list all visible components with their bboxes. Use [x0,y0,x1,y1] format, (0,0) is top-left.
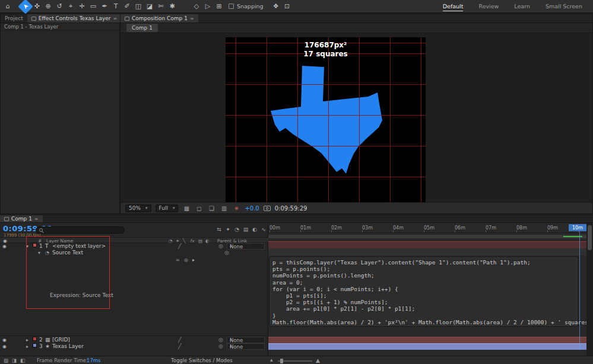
tab-composition[interactable]: Composition Comp 1 [120,14,198,23]
roto-brush-tool[interactable]: ✄ [156,1,166,12]
property-row-source-text[interactable]: Source Text [0,250,268,256]
label-color-chip[interactable] [33,243,37,247]
zoom-out-mountain-icon[interactable]: ▲ [270,357,273,362]
expression-row[interactable]: = ◎ ▸ [0,257,268,263]
puppet-pin-tool[interactable]: ✱ [167,1,177,12]
toggle-switches-modes-button[interactable]: Toggle Switches / Modes [171,357,233,363]
snapshot-camera-icon[interactable] [264,206,271,211]
parent-dropdown[interactable]: None [227,343,265,350]
twirl-icon[interactable] [26,337,28,343]
toolbar-extra-icon-2[interactable]: ▷ [202,1,213,12]
parent-pickwhip-icon[interactable] [218,243,223,250]
stopwatch-icon[interactable] [45,250,49,256]
layer-row-1[interactable]: 1 T <empty text layer> ╱ None [0,243,268,250]
playhead[interactable]: 10m [569,224,586,231]
snapping-checkbox[interactable] [229,4,234,9]
label-color-chip[interactable] [33,337,37,341]
layer-name[interactable]: [GRID] [52,337,70,343]
scrollbar-thumb[interactable] [588,225,592,250]
toggle-layer-switches-icon[interactable]: ▧ [4,357,8,363]
hand-tool[interactable]: ✜ [31,1,42,12]
parent-dropdown[interactable]: None [227,243,265,250]
comp-timecode[interactable]: 0:09:59:29 [275,205,307,212]
timeline-scrollbar[interactable] [586,223,593,356]
exposure-aperture-icon[interactable]: ✳ [232,205,240,212]
brush-tool[interactable]: ✐ [122,1,132,12]
expression-label[interactable]: Expression: Source Text [50,292,113,298]
draft-3d-icon[interactable]: ✦ [225,226,231,232]
pen-tool[interactable]: ✒ [99,1,110,12]
workspace-small-screen[interactable]: Small Screen [546,2,582,11]
snapping-option-icon-2[interactable]: ⊡ [282,1,293,12]
panel-menu-icon[interactable] [113,16,117,21]
panel-menu-icon[interactable] [34,216,39,222]
parent-pickwhip-icon[interactable] [218,337,223,343]
timeline-search-input[interactable] [36,226,125,234]
comp-chip[interactable]: Comp 1 [126,24,158,32]
layer-3-duration-bar[interactable] [268,343,586,350]
layer-name[interactable]: Texas Layer [52,343,84,350]
shape-tool[interactable]: ▭ [88,1,99,12]
label-color-chip[interactable] [33,343,37,347]
toolbar-extra-icon-3[interactable]: ⊞ [214,1,224,12]
panel-menu-icon[interactable] [190,16,194,21]
layer-2-duration-bar[interactable] [268,337,586,343]
resolution-dropdown[interactable]: Full [156,205,179,212]
eraser-tool[interactable]: ◪ [144,1,155,12]
layer-row-2[interactable]: 2 ▦ [GRID] ╱ None [0,337,268,343]
tab-timeline-comp1[interactable]: Comp 1 [0,215,43,222]
mini-flowchart-icon[interactable]: ⇆ [216,226,222,232]
frame-blending-icon[interactable]: ▤ [243,226,249,232]
selection-tool[interactable]: ➤ [18,0,33,14]
clone-stamp-tool[interactable]: ◫ [133,1,144,12]
expression-editor[interactable]: p = thisComp.layer("Texas Layer").conten… [269,257,578,327]
workspace-learn[interactable]: Learn [514,2,530,11]
zoom-in-mountain-icon[interactable]: ▲ [316,357,320,363]
grid-guides-icon[interactable]: ▦ [182,205,191,212]
toolbar-extra-icon-1[interactable]: ◇ [191,1,202,12]
parent-pickwhip-icon[interactable] [218,343,223,350]
layer-row-3[interactable]: 3 ★ Texas Layer ╱ None [0,343,268,350]
time-ruler[interactable]: 00m 01m 02m 03m 04m 05m 06m 07m 08m 09m [268,225,586,233]
parent-dropdown[interactable]: None [227,337,265,343]
tab-effect-controls[interactable]: Effect Controls Texas Layer [27,14,121,23]
layer-name[interactable]: <empty text layer> [52,243,106,250]
quality-switch[interactable]: ╱ [178,337,181,343]
layer-1-duration-bar[interactable] [268,241,586,248]
work-area-bar[interactable] [268,235,586,238]
camera-tool[interactable]: ⌖ [65,1,76,12]
mask-visibility-icon[interactable]: ◻ [195,205,203,212]
toggle-transfer-controls-icon[interactable]: ◨ [12,357,17,363]
zoom-tool[interactable]: ⊕ [43,1,53,12]
twirl-icon[interactable] [26,343,28,350]
eye-icon[interactable] [2,337,7,343]
eye-icon[interactable] [2,243,7,250]
expression-enable-icon[interactable]: = [176,257,180,263]
exposure-value[interactable]: +0.0 [245,205,259,212]
tab-project[interactable]: Project [1,14,27,23]
quality-switch[interactable]: ╱ [178,243,181,250]
workspace-review[interactable]: Review [478,2,499,11]
motion-blur-icon[interactable]: ◐ [252,226,258,232]
transparency-grid-icon[interactable]: ▥ [220,205,228,212]
property-pickwhip-icon[interactable] [224,250,229,256]
property-name[interactable]: Source Text [52,250,83,256]
twirl-open-icon[interactable] [26,243,28,250]
rotation-tool[interactable]: ↺ [54,1,65,12]
comp-canvas[interactable]: 176687px² 17 squares [226,37,426,202]
graph-editor-icon[interactable]: ∿ [261,226,267,232]
hide-shy-icon[interactable]: ◔ [234,226,240,232]
magnification-dropdown[interactable]: 50% [125,205,151,212]
timeline-zoom-thumb[interactable] [280,359,283,363]
region-of-interest-icon[interactable]: ❏ [207,205,215,212]
expression-menu-icon[interactable]: ▸ [192,257,195,263]
eye-icon[interactable] [2,343,7,350]
expression-pickwhip-icon[interactable]: ◎ [184,257,188,263]
quality-switch[interactable]: ╱ [178,343,181,350]
playhead-line[interactable] [579,231,580,350]
home-icon[interactable]: ⌂ [2,1,13,12]
workspace-default[interactable]: Default [443,2,464,11]
toggle-inout-panes-icon[interactable]: ◧ [20,357,25,363]
snapping-option-icon-1[interactable]: ❖ [271,1,281,12]
twirl-open-icon[interactable] [38,250,40,256]
